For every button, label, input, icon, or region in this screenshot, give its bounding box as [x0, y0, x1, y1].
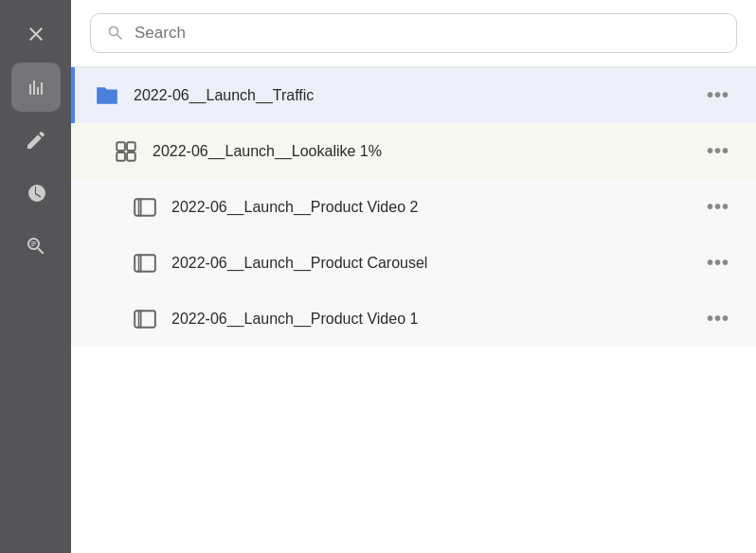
sidebar-item-close[interactable]: [11, 9, 61, 59]
svg-rect-6: [135, 255, 155, 271]
svg-rect-3: [127, 152, 135, 161]
clock-icon: [25, 182, 47, 205]
ad-icon: [132, 250, 158, 276]
search-icon: [106, 24, 125, 43]
item-label: 2022-06__Launch__Product Carousel: [171, 255, 699, 272]
item-label: 2022-06__Launch__Product Video 1: [171, 311, 699, 328]
svg-rect-9: [139, 311, 141, 327]
sidebar-item-history[interactable]: [11, 169, 61, 218]
adset-icon: [113, 138, 139, 165]
list-item[interactable]: 2022-06__Launch__Product Video 2 •••: [71, 179, 756, 235]
close-icon: [25, 23, 47, 45]
bar-chart-icon: [25, 76, 47, 98]
item-label: 2022-06__Launch__Product Video 2: [171, 199, 699, 216]
sidebar-item-analytics[interactable]: [11, 62, 61, 112]
sidebar-item-search-analytics[interactable]: [11, 222, 61, 271]
more-options-button[interactable]: •••: [699, 136, 737, 166]
more-options-button[interactable]: •••: [699, 304, 737, 333]
list-item[interactable]: 2022-06__Launch__Product Carousel •••: [71, 235, 756, 291]
search-analytics-icon: [25, 235, 47, 258]
search-input-wrapper[interactable]: [90, 13, 737, 53]
svg-rect-7: [139, 255, 141, 271]
item-label: 2022-06__Launch__Traffic: [134, 87, 699, 104]
svg-rect-8: [135, 311, 155, 327]
search-bar: [71, 0, 756, 67]
sidebar-item-edit[interactable]: [11, 116, 61, 165]
more-options-button[interactable]: •••: [699, 192, 737, 222]
svg-rect-4: [135, 199, 155, 215]
list-item[interactable]: 2022-06__Launch__Lookalike 1% •••: [71, 123, 756, 179]
sidebar: [0, 0, 71, 553]
main-content: 2022-06__Launch__Traffic ••• 2022-06__La…: [71, 0, 756, 553]
folder-icon: [94, 82, 120, 109]
svg-rect-2: [117, 152, 125, 161]
more-options-button[interactable]: •••: [699, 248, 737, 277]
item-label: 2022-06__Launch__Lookalike 1%: [153, 143, 699, 160]
list-item[interactable]: 2022-06__Launch__Traffic •••: [71, 67, 756, 123]
svg-rect-0: [117, 142, 125, 151]
more-options-button[interactable]: •••: [699, 80, 737, 110]
search-input[interactable]: [135, 24, 721, 43]
ad-icon: [132, 194, 158, 221]
edit-icon: [25, 129, 47, 152]
list-item[interactable]: 2022-06__Launch__Product Video 1 •••: [71, 291, 756, 347]
svg-rect-5: [139, 199, 141, 215]
list-container: 2022-06__Launch__Traffic ••• 2022-06__La…: [71, 67, 756, 553]
svg-rect-1: [127, 142, 135, 151]
ad-icon: [132, 306, 158, 332]
